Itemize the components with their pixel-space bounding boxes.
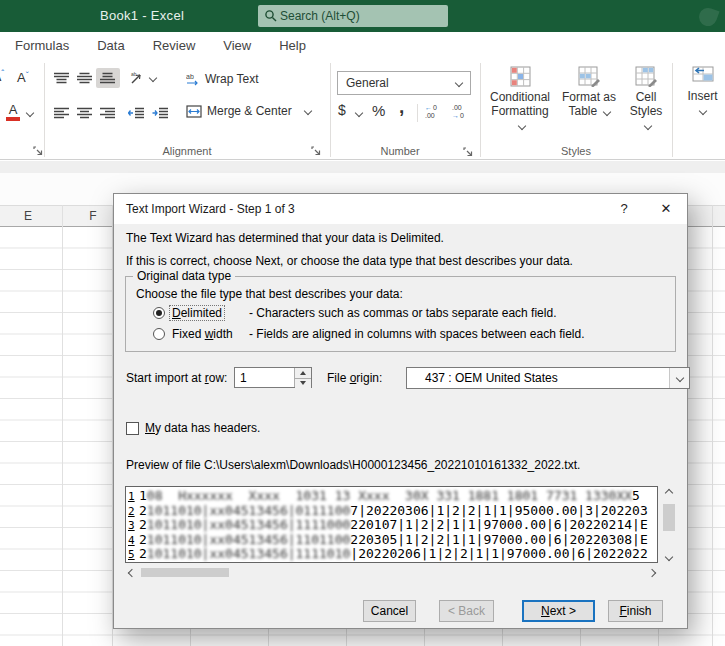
help-button[interactable]: ? (609, 194, 639, 224)
file-origin-dropdown-button[interactable] (669, 368, 689, 388)
fixed-width-radio-row: Fixed width - Fields are aligned in colu… (153, 327, 233, 341)
titlebar-decoration (696, 5, 719, 28)
conditional-formatting-button[interactable]: Conditional Formatting (488, 66, 552, 132)
headers-label[interactable]: My data has headers. (145, 421, 260, 435)
accounting-format-button[interactable]: $ (338, 102, 346, 118)
finish-button[interactable]: Finish (608, 600, 663, 622)
intro-line-2: If this is correct, choose Next, or choo… (126, 254, 573, 268)
fixed-width-label[interactable]: Fixed width (172, 327, 233, 341)
delimited-label[interactable]: Delimited (170, 306, 224, 320)
number-format-value: General (346, 76, 389, 90)
file-origin-label: File origin: (327, 371, 382, 385)
start-row-label: Start import at row: (126, 371, 227, 385)
scroll-down-icon[interactable] (662, 550, 675, 563)
excel-window: Book1 - Excel Search (Alt+Q) Formulas Da… (0, 0, 725, 646)
redacted-text: 1011010|xx04513456|1111010 (147, 546, 351, 561)
insert-chevron-icon (698, 107, 706, 115)
preview-horizontal-scrollbar[interactable] (125, 566, 658, 579)
spinner-down-button[interactable] (295, 378, 311, 389)
comma-style-button[interactable]: , (399, 96, 404, 118)
dialog-title-bar[interactable]: Text Import Wizard - Step 1 of 3 ? ✕ (114, 194, 687, 224)
close-icon[interactable]: ✕ (649, 194, 683, 224)
tab-view[interactable]: View (209, 32, 265, 60)
increase-font-size-button[interactable]: Aˆ (0, 68, 4, 84)
spinner-down-icon (300, 381, 306, 385)
group-separator (480, 63, 481, 157)
group-separator (44, 63, 45, 157)
cell-styles-button[interactable]: Cell Styles (624, 66, 668, 132)
alignment-dialog-launcher-icon[interactable] (311, 146, 321, 156)
percent-style-button[interactable]: % (372, 102, 385, 119)
column-header-e[interactable]: E (18, 205, 38, 227)
preview-vertical-scrollbar[interactable] (662, 486, 677, 563)
scroll-left-icon[interactable] (125, 566, 138, 579)
insert-icon (692, 66, 714, 86)
grid-column-line (62, 205, 63, 646)
column-header-f[interactable]: F (83, 205, 103, 227)
align-left-button[interactable] (52, 105, 72, 121)
search-placeholder: Search (Alt+Q) (280, 9, 360, 23)
increase-decimal-button[interactable]: ←0.00 (423, 102, 445, 120)
conditional-formatting-icon (510, 66, 531, 87)
tab-data[interactable]: Data (83, 32, 138, 60)
file-preview-box[interactable]: 1108 Hxxxxxx Xxxx 1031 13 Xxxx 30X 331 1… (125, 486, 658, 563)
fixed-width-description: - Fields are aligned in columns with spa… (249, 327, 689, 341)
font-dialog-launcher-icon[interactable] (33, 146, 43, 156)
delimited-radio[interactable] (153, 307, 165, 319)
horizontal-scroll-thumb[interactable] (141, 568, 229, 577)
align-center-button[interactable] (75, 105, 95, 121)
file-origin-dropdown[interactable]: 437 : OEM United States (406, 367, 690, 389)
svg-text:→: → (452, 112, 459, 119)
headers-checkbox-row: My data has headers. (126, 421, 260, 435)
merge-center-button[interactable]: Merge & Center (186, 104, 311, 118)
start-row-spinner[interactable]: 1 (234, 367, 312, 388)
back-button[interactable]: < Back (439, 600, 494, 622)
title-bar: Book1 - Excel Search (Alt+Q) (0, 0, 725, 32)
cancel-button[interactable]: Cancel (363, 600, 416, 622)
svg-text:.00: .00 (425, 112, 435, 119)
fixed-width-radio[interactable] (153, 328, 165, 340)
spinner-up-button[interactable] (295, 368, 311, 378)
align-top-button[interactable] (52, 70, 72, 86)
number-group-label: Number (330, 145, 470, 159)
scroll-right-icon[interactable] (645, 566, 658, 579)
decrease-decimal-button[interactable]: .00→0 (450, 102, 472, 120)
tab-formulas[interactable]: Formulas (1, 32, 83, 60)
start-row-value: 1 (240, 371, 247, 385)
ribbon: Aˆ Aˇ A ab (0, 60, 725, 160)
search-box[interactable]: Search (Alt+Q) (258, 5, 448, 27)
svg-text:.00: .00 (452, 104, 462, 111)
font-color-button[interactable]: A (6, 102, 20, 121)
tab-help[interactable]: Help (265, 32, 320, 60)
vertical-scroll-thumb[interactable] (663, 504, 675, 531)
orientation-button[interactable]: ab (128, 70, 146, 86)
alignment-group-label: Alignment (44, 145, 330, 159)
align-middle-button[interactable] (75, 70, 95, 86)
accounting-chevron-icon[interactable] (355, 109, 363, 117)
number-dialog-launcher-icon[interactable] (463, 147, 473, 157)
next-button[interactable]: Next > (522, 600, 595, 622)
insert-button[interactable]: Insert (680, 66, 725, 117)
cell-styles-icon (635, 66, 658, 87)
increase-indent-button[interactable] (150, 105, 170, 121)
file-type-prompt: Choose the file type that best describes… (136, 287, 403, 301)
scroll-up-icon[interactable] (662, 486, 675, 499)
align-bottom-button[interactable] (96, 68, 120, 88)
dialog-title: Text Import Wizard - Step 1 of 3 (126, 194, 295, 224)
format-as-table-icon (578, 66, 601, 87)
tab-review[interactable]: Review (139, 32, 210, 60)
svg-text:←: ← (425, 104, 432, 111)
orientation-chevron-icon[interactable] (149, 74, 157, 82)
align-right-button[interactable] (98, 105, 118, 121)
wrap-text-button[interactable]: ab Wrap Text (186, 72, 259, 86)
decrease-indent-button[interactable] (126, 105, 146, 121)
font-color-chevron-icon[interactable] (26, 109, 34, 117)
import-options-row: Start import at row: 1 File origin: 437 … (125, 367, 679, 389)
merge-center-icon (186, 105, 202, 118)
decrease-font-size-button[interactable]: Aˇ (17, 70, 29, 85)
formula-bar-strip (0, 161, 725, 173)
number-format-select[interactable]: General (337, 71, 471, 95)
redacted-text: 08 Hxxxxxx Xxxx 1031 13 Xxxx 30X 331 188… (147, 488, 632, 503)
headers-checkbox[interactable] (126, 422, 139, 435)
format-as-table-button[interactable]: Format as Table (558, 66, 620, 118)
